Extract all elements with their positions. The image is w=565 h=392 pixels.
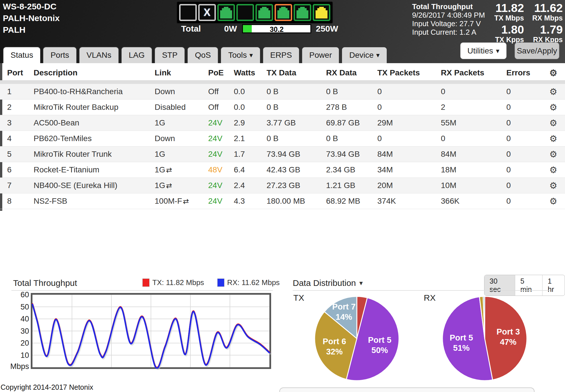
throughput-line-chart: 605040302010Mbps	[11, 292, 273, 375]
port-icon-2[interactable]: X	[198, 4, 216, 21]
cell-description: PB620-TenMiles	[26, 134, 148, 143]
tab-device[interactable]: Device▾	[341, 47, 387, 63]
cell-tx-data: 3.77 GB	[259, 118, 319, 127]
input-current: Input Current: 1.2 A	[412, 28, 485, 36]
table-row-port-6: 6Rocket-E-Titanium1G⇄48V6.442.43 GB2.34 …	[0, 162, 565, 178]
cell-port: 2	[0, 103, 26, 112]
tab-label: Power	[309, 51, 332, 60]
cell-poe: Off	[201, 103, 227, 112]
cell-tx-packets: 34M	[370, 165, 434, 174]
port-icon-5[interactable]	[255, 4, 273, 21]
cell-description: AC500-Bean	[26, 118, 148, 127]
row-settings-gear-icon[interactable]: ⚙	[542, 196, 565, 207]
cell-link: Down	[148, 134, 201, 143]
range-button-1-hr[interactable]: 1 hr	[542, 275, 565, 296]
row-settings-gear-icon[interactable]: ⚙	[542, 133, 565, 144]
tab-ports[interactable]: Ports	[43, 47, 77, 63]
cell-tx-packets: 374K	[370, 197, 434, 206]
page: WS-8-250-DC PALH-Netonix PALH X Total 0W…	[0, 0, 565, 392]
row-settings-gear-icon[interactable]: ⚙	[542, 118, 565, 128]
column-header-watts: Watts	[227, 68, 259, 77]
tab-label: Status	[11, 51, 33, 60]
cell-poe: 48V	[201, 165, 227, 174]
svg-text:20: 20	[21, 339, 29, 347]
tx-pie-chart: Port 550%Port 632%Port 714%	[314, 296, 400, 381]
power-usage-bar: 30.2	[242, 24, 311, 33]
cell-errors: 0	[499, 118, 542, 127]
table-row-port-1: 1PB400-to-RH&RancheriaDownOff0.00 B0 B00…	[0, 84, 565, 100]
row-settings-gear-icon[interactable]: ⚙	[542, 86, 565, 97]
row-settings-gear-icon[interactable]: ⚙	[542, 165, 565, 175]
column-header-poe: PoE	[201, 68, 227, 77]
cell-poe: 24V	[201, 197, 227, 206]
ports-status-table: PortDescriptionLinkPoEWattsTX DataRX Dat…	[0, 65, 565, 209]
cell-tx-packets: 0	[370, 87, 434, 96]
cell-watts: 0.0	[227, 87, 259, 96]
nav-tabs: StatusPortsVLANsLAGSTPQoSTools▾ERPSPower…	[3, 47, 387, 63]
tab-qos[interactable]: QoS	[187, 47, 218, 63]
column-header-link: Link	[148, 68, 201, 77]
table-header-row: PortDescriptionLinkPoEWattsTX DataRX Dat…	[0, 65, 565, 80]
port-icon-8[interactable]	[313, 4, 330, 21]
tab-vlans[interactable]: VLANs	[79, 47, 119, 63]
tab-label: ERPS	[270, 51, 292, 60]
cell-port: 7	[0, 181, 26, 190]
range-button-30-sec[interactable]: 30 sec	[484, 275, 515, 296]
table-body: 1PB400-to-RH&RancheriaDownOff0.00 B0 B00…	[0, 84, 565, 209]
tab-stp[interactable]: STP	[154, 47, 185, 63]
cell-rx-data: 73.94 GB	[319, 150, 370, 159]
row-settings-gear-icon[interactable]: ⚙	[542, 102, 565, 113]
svg-text:10: 10	[21, 351, 29, 360]
svg-text:40: 40	[21, 315, 29, 323]
port-icon-1[interactable]	[179, 4, 197, 21]
column-header-rx-data: RX Data	[319, 68, 370, 77]
column-header-tx-data: TX Data	[259, 68, 319, 77]
input-voltage: Input Voltage: 27.7 V	[412, 19, 485, 28]
table-row-port-5: 5MikroTik Router Trunk1G24V1.773.94 GB73…	[0, 147, 565, 162]
device-location: PALH	[3, 24, 60, 36]
cell-watts: 0.0	[227, 103, 259, 112]
line-shadow	[33, 306, 270, 369]
data-distribution-dropdown[interactable]: Data Distribution ▾	[293, 278, 363, 288]
copyright-text: Copyright 2014-2017 Netonix	[1, 383, 93, 391]
tx-mbps-value: 11.82	[478, 2, 524, 14]
tab-lag[interactable]: LAG	[121, 47, 152, 63]
rj45-jack-icon	[258, 7, 270, 18]
caret-down-icon: ▾	[496, 48, 500, 54]
range-button-5-min[interactable]: 5 min	[515, 275, 542, 296]
save-apply-button[interactable]: Save/Apply	[515, 42, 559, 59]
table-settings-gear-icon[interactable]: ⚙	[542, 68, 565, 78]
tab-erps[interactable]: ERPS	[263, 47, 300, 63]
tab-label: Device	[349, 51, 374, 60]
utilities-button[interactable]: Utilities ▾	[460, 42, 507, 59]
port-icon-6[interactable]	[275, 4, 292, 21]
device-name: PALH-Netonix	[3, 12, 60, 24]
rj45-jack-icon	[239, 7, 251, 18]
svg-text:60: 60	[21, 292, 29, 299]
cell-watts: 2.1	[227, 134, 259, 143]
cell-port: 8	[0, 197, 26, 206]
cell-tx-data: 27.23 GB	[259, 181, 319, 190]
cell-tx-data: 42.43 GB	[259, 165, 319, 174]
tab-power[interactable]: Power	[302, 47, 339, 63]
port-icon-4[interactable]	[236, 4, 254, 21]
throughput-heading: Total Throughput	[412, 2, 485, 11]
cell-description: NS2-FSB	[26, 197, 148, 206]
legend-label: TX: 11.82 Mbps	[152, 278, 204, 287]
port-icon-7[interactable]	[294, 4, 311, 21]
table-row-port-4: 4PB620-TenMilesDown24V2.10 B0 B000⚙	[0, 131, 565, 147]
power-total-label: Total	[181, 24, 212, 34]
data-distribution-title: Data Distribution	[293, 278, 356, 288]
tab-tools[interactable]: Tools▾	[220, 47, 260, 63]
tab-status[interactable]: Status	[3, 47, 41, 63]
row-settings-gear-icon[interactable]: ⚙	[542, 149, 565, 160]
row-settings-gear-icon[interactable]: ⚙	[542, 180, 565, 191]
rj45-jack-icon	[277, 7, 289, 18]
cell-rx-packets: 10M	[434, 181, 499, 190]
port-icon-3[interactable]	[217, 4, 235, 21]
column-header-rx-packets: RX Packets	[434, 68, 499, 77]
cell-errors: 0	[499, 134, 542, 143]
cell-rx-data: 2.34 GB	[319, 165, 370, 174]
cell-poe: 24V	[201, 118, 227, 127]
cell-link: 1G	[148, 150, 201, 159]
